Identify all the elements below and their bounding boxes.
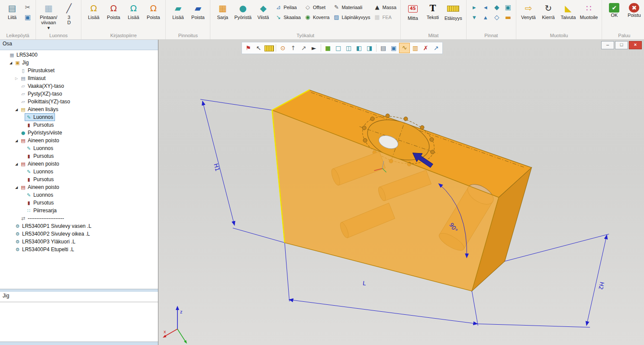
tree-item[interactable]: ▮Pursotus bbox=[0, 176, 158, 183]
minimize-button[interactable]: – bbox=[601, 41, 614, 49]
view-wireframe-icon[interactable]: □ bbox=[333, 43, 343, 53]
tree-item[interactable]: ▯Piirustukset bbox=[0, 67, 158, 74]
massa-button[interactable]: ▲Massa bbox=[372, 3, 397, 12]
model-box[interactable] bbox=[272, 90, 531, 291]
snap-vertical-icon[interactable]: ↑ bbox=[288, 43, 298, 53]
view-half-section-icon[interactable]: ◧ bbox=[354, 43, 364, 53]
tree-item[interactable]: ◢▤Aineen poisto bbox=[0, 160, 158, 168]
tree-item[interactable]: ⚙LR53400P1 Sivulevy vasen .L bbox=[0, 222, 158, 230]
3d-scene[interactable]: H1 bbox=[158, 40, 644, 345]
snap-point-icon[interactable]: ⊙ bbox=[278, 43, 288, 53]
lisaa-piirresarja-button[interactable]: ΩLisää bbox=[124, 1, 143, 29]
expanded-arrow-icon[interactable]: ◢ bbox=[14, 185, 19, 189]
snap-angle-icon[interactable]: ↗ bbox=[299, 43, 309, 53]
ok-button[interactable]: ✔OK bbox=[605, 1, 624, 29]
poista-piirresarja-button[interactable]: ΩPoista bbox=[144, 1, 163, 29]
view-hidden-line-icon[interactable]: ◫ bbox=[344, 43, 354, 53]
poistu-button[interactable]: ✖Poistu bbox=[625, 1, 644, 29]
select-frame-icon[interactable]: ↖ bbox=[254, 43, 264, 53]
lisaa-pinnoitus-button[interactable]: ▰Lisää bbox=[168, 1, 187, 29]
pinta-tyokalu-5-button[interactable]: ◆ bbox=[492, 3, 502, 12]
tree-item[interactable]: ◢▤Aineen poisto bbox=[0, 183, 158, 191]
lapinakyvyys-button[interactable]: ▨Läpinäkyvyys bbox=[332, 13, 371, 22]
tree-item[interactable]: ✎Luonnos bbox=[0, 168, 158, 176]
tree-item[interactable]: ▱Vaaka(XY)-taso bbox=[0, 82, 158, 90]
tree-item[interactable]: ▮Pursotus bbox=[0, 199, 158, 207]
spline-icon[interactable]: ∿ bbox=[399, 43, 410, 53]
pinta-tyokalu-8-button[interactable]: ▬ bbox=[503, 13, 513, 22]
pintaan-viivaan-button[interactable]: ▦Pintaan/ viivaan ▾ bbox=[39, 1, 58, 29]
pinta-tyokalu-2-button[interactable]: ▾ bbox=[469, 13, 480, 22]
fea-button[interactable]: ▦FEA bbox=[372, 13, 397, 22]
offset-button[interactable]: ◇Offset bbox=[303, 3, 331, 12]
tree-item[interactable]: ⚙LR53400P3 Yläkuori .L bbox=[0, 238, 158, 246]
measure-ruler-icon[interactable] bbox=[264, 43, 274, 53]
lisaa-kirjastopiirre-button[interactable]: ΩLisää bbox=[84, 1, 103, 29]
delete-icon[interactable]: ✗ bbox=[421, 43, 431, 53]
pinta-tyokalu-6-button[interactable]: ◇ bbox=[492, 13, 502, 22]
tree-item[interactable]: ◢▣Jig bbox=[0, 59, 158, 67]
pinta-tyokalu-7-button[interactable]: ▣ bbox=[503, 3, 513, 12]
materiaali-button[interactable]: ✎Materiaali bbox=[332, 3, 371, 12]
close-button[interactable]: × bbox=[629, 41, 642, 49]
pin-icon[interactable]: ⚑ bbox=[243, 43, 253, 53]
leikkaa-button[interactable]: ✂ bbox=[23, 3, 33, 12]
poista-pinnoitus-button[interactable]: ▰Poista bbox=[188, 1, 207, 29]
maximize-button[interactable]: □ bbox=[615, 41, 628, 49]
kierra-button[interactable]: ↻Kierrä bbox=[539, 1, 558, 29]
tree-item[interactable]: ⚙LR53400P4 Etupelti .L bbox=[0, 246, 158, 253]
pick-cursor-icon[interactable]: ► bbox=[309, 43, 319, 53]
kolme-d-button[interactable]: ╱3 D bbox=[59, 1, 78, 29]
peilaa-button[interactable]: ⊿Peilaa bbox=[274, 3, 302, 12]
tree-item[interactable]: ✎Luonnos bbox=[0, 144, 158, 152]
kopioi-button[interactable]: ▣ bbox=[23, 13, 33, 22]
tree-item[interactable]: ▦LR53400 bbox=[0, 51, 158, 59]
tree-item[interactable]: ▮Pursotus bbox=[0, 152, 158, 160]
collapsed-arrow-icon[interactable]: ▷ bbox=[14, 77, 19, 80]
tree-item[interactable]: ●Pyöristys/viiste bbox=[0, 129, 158, 137]
tree-item[interactable]: ▱Poikittais(YZ)-taso bbox=[0, 98, 158, 105]
tree-item[interactable]: ⇄--------------------- bbox=[0, 214, 158, 222]
taivuta-button[interactable]: ◣Taivuta bbox=[559, 1, 578, 29]
drawer-icon[interactable]: ▥ bbox=[410, 43, 420, 53]
pinta-tyokalu-3-button[interactable]: ◂ bbox=[480, 3, 491, 12]
skaalaa-button[interactable]: ↘Skaalaa bbox=[274, 13, 302, 22]
view-shaded-icon[interactable]: ■ bbox=[323, 43, 333, 53]
poista-kirjastopiirre-button[interactable]: ΩPoista bbox=[104, 1, 123, 29]
expanded-arrow-icon[interactable]: ◢ bbox=[14, 162, 19, 166]
tree-item[interactable]: ⚙LR53400P2 Sivulevy oikea .L bbox=[0, 230, 158, 238]
teksti-button[interactable]: TTeksti bbox=[423, 1, 442, 29]
viista-button[interactable]: ◆Viistä bbox=[254, 1, 273, 29]
ribbon-group-kirjastopiirre: ΩLisääΩPoistaΩLisääΩPoistaKirjastopiirre bbox=[81, 0, 166, 39]
tree-item[interactable]: ✎Luonnos bbox=[0, 191, 158, 199]
expanded-arrow-icon[interactable]: ◢ bbox=[14, 108, 19, 112]
tree-item[interactable]: ▱Pysty(XZ)-taso bbox=[0, 90, 158, 98]
tree-item[interactable]: ✎Luonnos bbox=[0, 113, 158, 121]
koverra-button[interactable]: ◉Koverra bbox=[303, 13, 331, 22]
expanded-arrow-icon[interactable]: ◢ bbox=[8, 61, 13, 65]
venyta-button[interactable]: ⇨Venytä bbox=[519, 1, 538, 29]
dimension-h1[interactable]: H1 bbox=[200, 99, 285, 243]
copy-view-icon[interactable]: ▣ bbox=[389, 43, 399, 53]
tree-item[interactable]: ▮Pursotus bbox=[0, 121, 158, 129]
sheet-icon[interactable]: ▤ bbox=[378, 43, 388, 53]
tree-item[interactable]: ▷▤Ilmiasut bbox=[0, 74, 158, 82]
etaisyys-button[interactable]: Etäisyys bbox=[443, 1, 464, 29]
mitta-button[interactable]: 45Mitta bbox=[403, 1, 422, 29]
viewport[interactable]: H1 bbox=[158, 40, 644, 345]
sarja-button[interactable]: ▦Sarja bbox=[213, 1, 232, 29]
export-view-icon[interactable]: ↗ bbox=[431, 43, 441, 53]
pyorista-button[interactable]: ●Pyöristä bbox=[233, 1, 253, 29]
tree-item[interactable]: ◢▤Aineen poisto bbox=[0, 137, 158, 144]
pinta-tyokalu-1-button[interactable]: ▸ bbox=[469, 3, 480, 12]
tree-item-label: LR53400P2 Sivulevy oikea .L bbox=[22, 231, 90, 237]
expanded-arrow-icon[interactable]: ◢ bbox=[14, 139, 19, 143]
view-transparent-icon[interactable]: ◨ bbox=[364, 43, 374, 53]
panel-bottom-splitter[interactable] bbox=[0, 342, 158, 345]
tree-item[interactable]: ∷Piirresarja bbox=[0, 207, 158, 214]
liita-button[interactable]: ▤Liitä bbox=[3, 1, 22, 29]
tree-item[interactable]: ◢▤Aineen lisäys bbox=[0, 105, 158, 113]
muotoile-button[interactable]: ∷Muotoile bbox=[579, 1, 599, 29]
pinta-tyokalu-4-button[interactable]: ▴ bbox=[480, 13, 491, 22]
panel-splitter[interactable] bbox=[0, 289, 158, 292]
